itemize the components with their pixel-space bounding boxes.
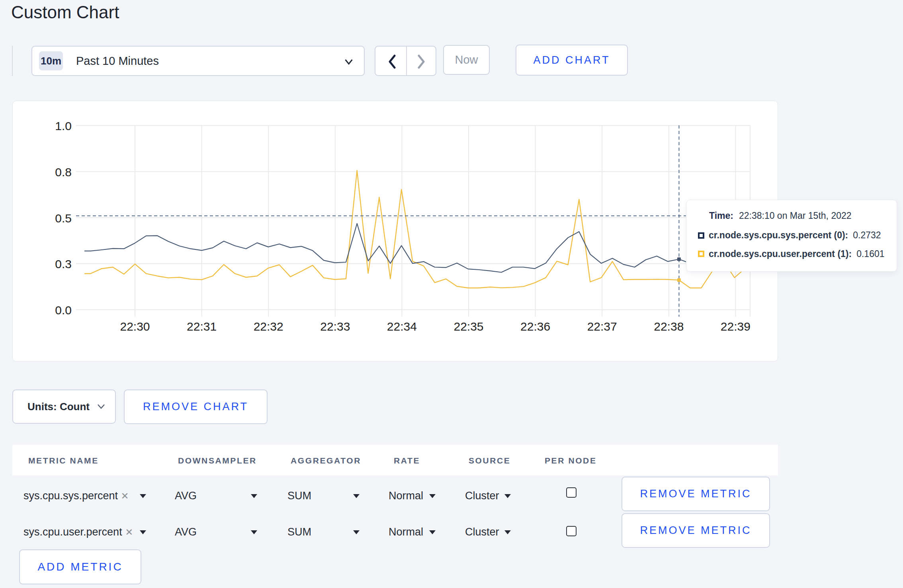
- svg-text:0.0: 0.0: [55, 304, 72, 317]
- svg-text:0.3: 0.3: [55, 257, 72, 271]
- svg-text:22:34: 22:34: [387, 320, 417, 333]
- svg-text:0.5: 0.5: [55, 212, 72, 225]
- svg-text:22:32: 22:32: [254, 320, 283, 333]
- svg-text:22:39: 22:39: [721, 320, 751, 333]
- svg-text:22:38: 22:38: [654, 320, 684, 333]
- svg-text:22:31: 22:31: [187, 320, 217, 333]
- svg-text:0.8: 0.8: [55, 165, 72, 179]
- svg-text:22:33: 22:33: [320, 320, 350, 333]
- svg-text:22:30: 22:30: [120, 320, 150, 333]
- svg-text:22:36: 22:36: [520, 320, 550, 333]
- svg-text:22:37: 22:37: [587, 320, 617, 333]
- svg-text:22:35: 22:35: [453, 320, 483, 333]
- svg-text:1.0: 1.0: [55, 119, 72, 132]
